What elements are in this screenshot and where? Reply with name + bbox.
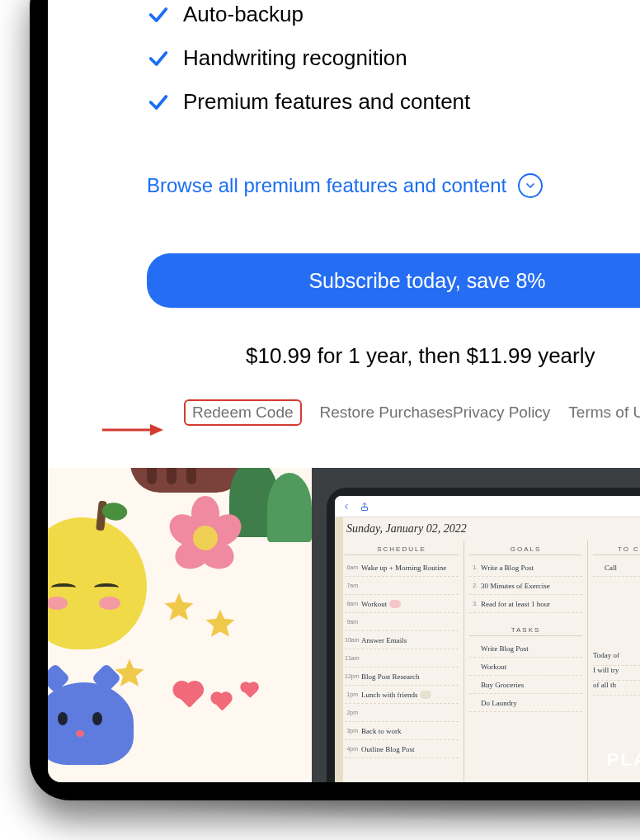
back-icon[interactable] — [341, 502, 351, 512]
planner-device: Sunday, January 02, 2022 SCHEDULE 6amWak… — [327, 488, 640, 782]
feature-label: Handwriting recognition — [183, 45, 407, 71]
planner-row: Buy Groceries — [469, 676, 582, 694]
planner-note-line: of all th — [593, 681, 640, 696]
check-icon — [147, 3, 170, 26]
svg-marker-4 — [115, 659, 144, 687]
planner-col-head: TASKS — [469, 625, 582, 636]
check-icon — [147, 91, 170, 114]
planner-row: 7am — [345, 577, 459, 595]
planner-row: 6amWake up + Morning Routine — [345, 559, 459, 577]
share-icon[interactable] — [360, 502, 369, 512]
planner-row: Workout — [469, 658, 582, 676]
planner-row: 1pmLunch with friends — [345, 686, 459, 704]
planner-col-head: GOALS — [469, 544, 582, 555]
price-text: $10.99 for 1 year, then $11.99 yearly — [246, 343, 595, 369]
restore-purchases-link[interactable]: Restore Purchases — [320, 403, 454, 422]
doodle-apple — [48, 517, 147, 649]
svg-marker-1 — [150, 424, 163, 436]
doodle-star — [163, 592, 195, 623]
svg-marker-3 — [206, 610, 235, 637]
terms-link[interactable]: Terms of U — [568, 403, 640, 422]
feature-label: Premium features and content — [183, 89, 470, 115]
doodle-brown-cat — [130, 468, 246, 493]
planner-row: 2.30 Minutes of Exercise — [469, 577, 582, 595]
feature-item: Auto-backup — [147, 2, 470, 27]
gallery-card-planner: Sunday, January 02, 2022 SCHEDULE 6amWak… — [312, 468, 640, 782]
planner-date: Sunday, January 02, 2022 — [346, 522, 467, 536]
feature-item: Premium features and content — [147, 89, 470, 115]
svg-marker-2 — [165, 593, 194, 621]
footer-links: Redeem Code Restore PurchasesPrivacy Pol… — [184, 399, 640, 426]
planner-row: Call — [593, 559, 640, 577]
planner-row: 10amAnswer Emails — [345, 631, 459, 649]
feature-item: Handwriting recognition — [147, 45, 470, 71]
planner-col-head: SCHEDULE — [345, 544, 459, 555]
doodle-star — [114, 658, 145, 689]
gallery-strip[interactable]: Sunday, January 02, 2022 SCHEDULE 6amWak… — [48, 468, 640, 782]
planner-row: 11am — [345, 649, 459, 668]
planner-row: 2pm — [345, 704, 459, 722]
gallery-label: PLANNER — [607, 749, 640, 771]
planner-row: Do Laundry — [469, 694, 582, 712]
gallery-card-doodles — [48, 468, 312, 782]
feature-list: Auto-backup Handwriting recognition Prem… — [147, 2, 470, 133]
planner-row: 4pmOutline Blog Post — [345, 740, 459, 758]
planner-row: 12pmBlog Post Research — [345, 668, 459, 686]
planner-row: Write Blog Post — [469, 639, 582, 658]
feature-label: Auto-backup — [183, 2, 304, 27]
planner-row: 3pmBack to work — [345, 722, 459, 740]
browse-premium-link[interactable]: Browse all premium features and content — [147, 174, 506, 197]
planner-note-line: I will try — [593, 666, 640, 681]
doodle-star — [205, 608, 236, 639]
planner-row: 9am — [345, 613, 459, 631]
planner-note-line: Today of — [593, 651, 640, 666]
planner-row: 1.Write a Blog Post — [469, 559, 582, 577]
redeem-code-link[interactable]: Redeem Code — [184, 399, 302, 426]
doodle-tree — [267, 473, 312, 542]
subscribe-button[interactable]: Subscribe today, save 8% — [147, 253, 640, 308]
annotation-arrow — [102, 422, 163, 437]
planner-row: 3.Read for at least 1 hour — [469, 595, 582, 613]
planner-col-head: TO CALL — [593, 544, 640, 555]
privacy-policy-link[interactable]: Privacy Policy — [453, 403, 550, 422]
tablet-screen: Auto-backup Handwriting recognition Prem… — [48, 0, 640, 782]
tablet-bezel: Auto-backup Handwriting recognition Prem… — [30, 0, 640, 800]
doodle-cat — [48, 682, 134, 765]
planner-row: 8amWorkout — [345, 595, 459, 613]
planner-toolbar — [335, 496, 640, 517]
chevron-down-icon[interactable] — [518, 173, 543, 198]
check-icon — [147, 47, 170, 70]
